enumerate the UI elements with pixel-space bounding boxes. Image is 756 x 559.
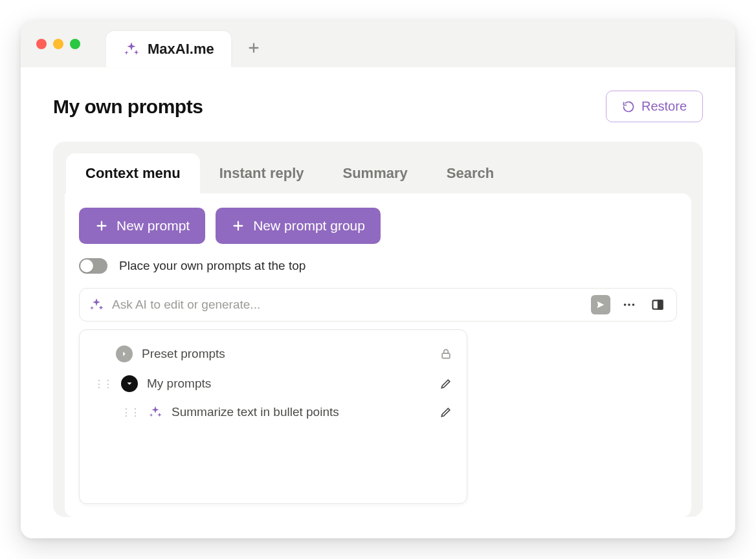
new-prompt-button[interactable]: New prompt xyxy=(79,208,205,244)
new-tab-button[interactable] xyxy=(247,41,261,55)
page-header: My own prompts Restore xyxy=(53,91,703,122)
plus-icon xyxy=(231,219,245,233)
preset-prompts-label: Preset prompts xyxy=(142,347,430,361)
drag-handle-icon[interactable]: ⋮⋮ xyxy=(121,406,139,419)
prompt-item-label: Summarize text in bullet points xyxy=(172,405,430,419)
app-window: MaxAI.me My own prompts Restore Context … xyxy=(21,21,735,538)
svg-point-0 xyxy=(624,303,627,306)
new-prompt-group-button[interactable]: New prompt group xyxy=(216,208,381,244)
restore-label: Restore xyxy=(641,99,687,114)
panel-body: New prompt New prompt group Place your o… xyxy=(65,193,691,517)
tab-instant-reply[interactable]: Instant reply xyxy=(200,153,324,193)
browser-tab[interactable]: MaxAI.me xyxy=(106,31,231,67)
my-prompts-group[interactable]: ⋮⋮ My prompts xyxy=(91,369,455,399)
tab-title: MaxAI.me xyxy=(148,41,214,58)
svg-rect-5 xyxy=(442,353,450,358)
svg-point-2 xyxy=(632,303,635,306)
restore-button[interactable]: Restore xyxy=(606,91,703,122)
svg-point-1 xyxy=(628,303,630,306)
ask-ai-icons xyxy=(591,295,667,314)
title-bar: MaxAI.me xyxy=(21,21,735,67)
ask-ai-bar xyxy=(79,288,677,322)
sparkle-icon xyxy=(89,297,104,312)
tab-context-menu[interactable]: Context menu xyxy=(66,153,200,193)
panel-tabs: Context menu Instant reply Summary Searc… xyxy=(53,142,703,193)
edit-button[interactable] xyxy=(439,406,452,419)
new-prompt-label: New prompt xyxy=(117,218,190,234)
my-prompts-label: My prompts xyxy=(147,377,430,391)
minimize-window-button[interactable] xyxy=(53,39,63,49)
send-button[interactable] xyxy=(591,295,610,314)
chevron-down-icon xyxy=(121,375,138,392)
more-button[interactable] xyxy=(619,295,639,314)
panel-toggle-button[interactable] xyxy=(648,295,667,314)
tab-search[interactable]: Search xyxy=(427,153,513,193)
toggle-row: Place your own prompts at the top xyxy=(79,258,677,274)
sparkle-icon xyxy=(148,405,162,419)
button-row: New prompt New prompt group xyxy=(79,208,677,244)
restore-icon xyxy=(622,100,635,113)
prompt-item[interactable]: ⋮⋮ Summarize text in bullet points xyxy=(91,399,455,426)
chevron-right-icon xyxy=(116,345,133,362)
preset-prompts-group[interactable]: Preset prompts xyxy=(91,339,455,369)
close-window-button[interactable] xyxy=(36,39,47,49)
ask-ai-input[interactable] xyxy=(112,298,583,312)
tab-summary[interactable]: Summary xyxy=(324,153,427,193)
lock-icon xyxy=(439,347,452,360)
prompt-tree-panel: Preset prompts ⋮⋮ My prompts xyxy=(79,329,467,504)
toggle-label: Place your own prompts at the top xyxy=(119,259,306,273)
maximize-window-button[interactable] xyxy=(70,39,80,49)
page-title: My own prompts xyxy=(53,96,203,118)
sparkle-icon xyxy=(123,41,140,58)
prompts-panel: Context menu Instant reply Summary Searc… xyxy=(53,142,703,517)
place-top-toggle[interactable] xyxy=(79,258,107,274)
content-area: My own prompts Restore Context menu Inst… xyxy=(21,67,735,538)
svg-rect-4 xyxy=(658,300,663,309)
traffic-lights xyxy=(36,39,80,49)
plus-icon xyxy=(94,219,109,233)
new-group-label: New prompt group xyxy=(253,218,365,234)
drag-handle-icon[interactable]: ⋮⋮ xyxy=(94,378,112,390)
edit-button[interactable] xyxy=(439,377,452,390)
